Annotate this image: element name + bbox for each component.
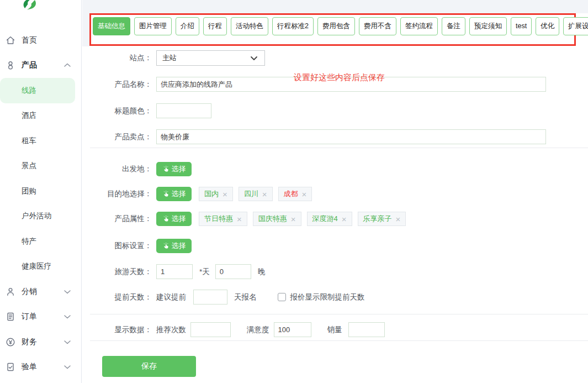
destination-tag[interactable]: 国内 × xyxy=(199,187,233,201)
tag-label: 深度游4 xyxy=(312,214,338,224)
attribute-tags: 节日特惠 × 国庆特惠 × 深度游4 × 乐享亲子 × xyxy=(199,212,406,226)
click-hand-icon xyxy=(162,191,169,198)
tab-itinerary[interactable]: 行程 xyxy=(203,17,227,35)
sidebar-item-outdoor[interactable]: 户外活动 xyxy=(0,204,81,229)
sidebar-item-group-buy[interactable]: 团购 xyxy=(0,179,81,204)
tag-label: 国庆特惠 xyxy=(258,214,287,224)
sidebar-item-verify[interactable]: 验单 xyxy=(0,355,81,380)
icon-select-button[interactable]: 选择 xyxy=(156,239,192,253)
selling-point-label: 产品卖点： xyxy=(82,132,152,142)
sidebar-item-distribution[interactable]: 分销 xyxy=(0,279,81,305)
price-limit-checkbox[interactable] xyxy=(278,293,286,301)
title-color-input[interactable] xyxy=(156,103,211,118)
attribute-select-button[interactable]: 选择 xyxy=(156,212,192,226)
tag-label: 节日特惠 xyxy=(204,214,233,224)
left-gutter xyxy=(82,13,89,46)
departure-select-button[interactable]: 选择 xyxy=(156,162,192,176)
attribute-tag[interactable]: 深度游4 × xyxy=(307,212,352,226)
sidebar-item-label: 特产 xyxy=(22,237,36,246)
sidebar-item-orders[interactable]: 订单 xyxy=(0,305,81,330)
tab-bar: 基础信息 图片管理 介绍 行程 活动特色 行程标准2 费用包含 费用不含 签约流… xyxy=(93,17,588,35)
product-form: 站点： 主站 产品名称： 标题颜色： 产品卖点： 出发地： 选择 xyxy=(82,46,588,377)
satisfaction-label: 满意度 xyxy=(247,325,269,335)
nights-unit-label: 晚 xyxy=(258,267,266,277)
sidebar-item-attractions[interactable]: 景点 xyxy=(0,154,81,179)
brand-logo[interactable] xyxy=(19,0,42,13)
chevron-down-icon xyxy=(63,314,71,319)
tab-optimize[interactable]: 优化 xyxy=(536,17,559,35)
close-icon[interactable]: × xyxy=(223,190,227,198)
satisfaction-input[interactable] xyxy=(274,322,311,337)
main-content: 基础信息 图片管理 介绍 行程 活动特色 行程标准2 费用包含 费用不含 签约流… xyxy=(82,0,588,383)
sidebar-item-routes[interactable]: 线路 xyxy=(0,78,75,103)
site-select[interactable]: 主站 xyxy=(156,50,265,66)
sidebar-item-finance[interactable]: 财务 xyxy=(0,329,81,355)
tab-booking-notice[interactable]: 预定须知 xyxy=(469,17,507,35)
chevron-up-icon xyxy=(63,62,71,68)
tab-test[interactable]: test xyxy=(511,17,532,35)
close-icon[interactable]: × xyxy=(396,215,401,223)
destination-tag[interactable]: 四川 × xyxy=(239,187,273,201)
destination-tag[interactable]: 成都 × xyxy=(278,187,312,201)
tab-image-management[interactable]: 图片管理 xyxy=(134,17,172,35)
tab-fee-excluded[interactable]: 费用不含 xyxy=(359,17,396,35)
travel-nights-input[interactable] xyxy=(215,264,251,279)
sidebar-item-hotels[interactable]: 酒店 xyxy=(0,103,81,129)
advance-days-label: 提前天数： xyxy=(82,292,152,302)
product-attribute-label: 产品属性： xyxy=(82,214,152,224)
order-document-icon xyxy=(6,312,15,322)
destination-select-button[interactable]: 选择 xyxy=(156,187,192,201)
sidebar-item-specialty[interactable]: 特产 xyxy=(0,229,81,254)
top-strip xyxy=(82,0,588,13)
advance-suffix-label: 天报名 xyxy=(234,292,257,302)
sidebar-item-health[interactable]: 健康医疗 xyxy=(0,254,81,280)
site-select-value: 主站 xyxy=(162,53,177,63)
tab-introduction[interactable]: 介绍 xyxy=(176,17,199,35)
close-icon[interactable]: × xyxy=(237,215,242,223)
sales-input[interactable] xyxy=(348,322,385,337)
tab-extended-settings[interactable]: 扩展设置 xyxy=(563,17,588,35)
tab-remarks[interactable]: 备注 xyxy=(442,17,465,35)
destination-label: 目的地选择： xyxy=(82,189,152,199)
divider xyxy=(90,340,588,341)
close-icon[interactable]: × xyxy=(302,190,307,198)
close-icon[interactable]: × xyxy=(342,215,347,223)
product-name-label: 产品名称： xyxy=(82,80,152,90)
click-hand-icon xyxy=(162,216,169,223)
finance-icon xyxy=(6,337,15,347)
attribute-tag[interactable]: 国庆特惠 × xyxy=(253,212,301,226)
sidebar-item-label: 产品 xyxy=(22,60,37,70)
close-icon[interactable]: × xyxy=(291,215,296,223)
sidebar-menu: 首页 产品 线路 酒店 租车 景点 团购 户外活动 xyxy=(0,28,81,380)
select-button-label: 选择 xyxy=(172,241,186,251)
tab-signing-process[interactable]: 签约流程 xyxy=(400,17,438,35)
sidebar-item-car-rental[interactable]: 租车 xyxy=(0,128,81,154)
sidebar-item-home[interactable]: 首页 xyxy=(0,28,81,53)
home-icon xyxy=(6,35,15,45)
chevron-down-icon xyxy=(63,339,71,345)
sidebar-item-products[interactable]: 产品 xyxy=(0,53,81,78)
tab-itinerary-standard-2[interactable]: 行程标准2 xyxy=(272,17,314,35)
advance-days-input[interactable] xyxy=(193,290,227,305)
selling-point-input[interactable] xyxy=(156,129,546,144)
divider xyxy=(90,148,588,148)
attribute-tag[interactable]: 节日特惠 × xyxy=(199,212,247,226)
sidebar-item-label: 首页 xyxy=(22,35,37,45)
click-hand-icon xyxy=(162,166,169,173)
travel-days-input[interactable] xyxy=(156,264,193,279)
sidebar-item-label: 订单 xyxy=(22,312,37,322)
sidebar-item-label: 酒店 xyxy=(22,111,36,120)
attribute-tag[interactable]: 乐享亲子 × xyxy=(358,212,406,226)
close-icon[interactable]: × xyxy=(262,190,267,198)
sidebar-item-label: 验单 xyxy=(22,362,37,372)
tab-basic-info[interactable]: 基础信息 xyxy=(93,17,130,35)
tab-fee-included[interactable]: 费用包含 xyxy=(317,17,355,35)
recommend-count-input[interactable] xyxy=(190,322,231,337)
save-button[interactable]: 保存 xyxy=(102,356,196,377)
title-color-label: 标题颜色： xyxy=(82,106,152,116)
tab-activity-features[interactable]: 活动特色 xyxy=(231,17,268,35)
sidebar-item-label: 财务 xyxy=(22,337,37,347)
sidebar-item-label: 团购 xyxy=(22,186,36,196)
brand-logo-icon xyxy=(19,0,42,12)
destination-tags: 国内 × 四川 × 成都 × xyxy=(199,187,312,201)
